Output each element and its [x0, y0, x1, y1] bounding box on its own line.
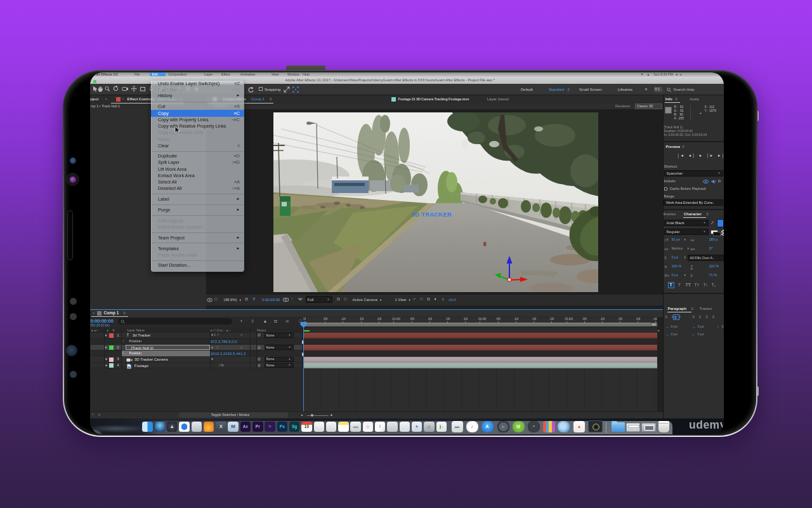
svg-text:3D TRACKER: 3D TRACKER: [412, 211, 452, 218]
